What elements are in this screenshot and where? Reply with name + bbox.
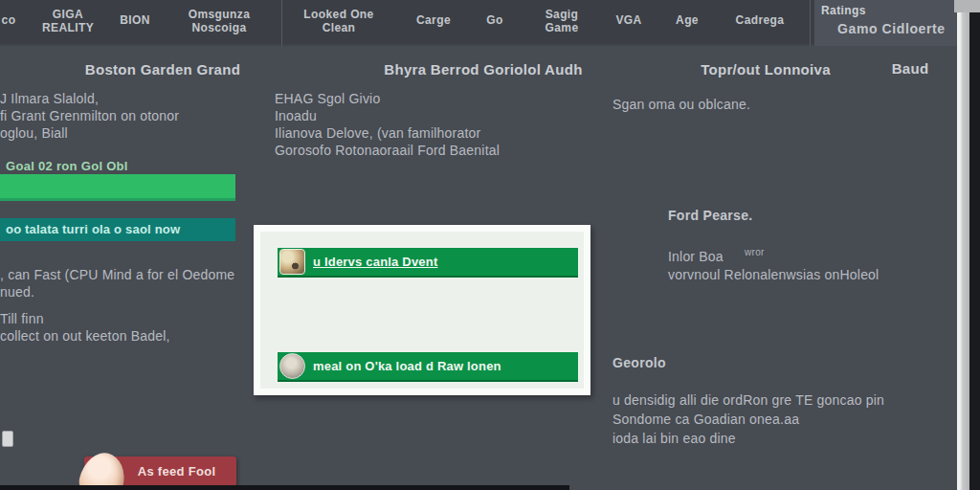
nav-separator	[281, 0, 282, 46]
text-line: oglou, Biall	[0, 124, 258, 142]
preview-card: u Idervs canla Dvent meal on O'ka load d…	[254, 225, 590, 395]
nav-item-label: Cadrega	[720, 13, 800, 27]
nav-item-label: Go	[481, 13, 508, 27]
nav-item-bion[interactable]: BION	[111, 13, 159, 27]
text-line: vorvnoul Relonalenwsias onHoleol	[668, 266, 955, 283]
text-line: nued.	[0, 283, 268, 301]
scrollbar[interactable]	[957, 12, 969, 490]
text-line: u densidig alli die ordRon gre TE goncao…	[612, 390, 909, 410]
window-edge	[969, 12, 980, 490]
text-line: EHAG Sgol Givio	[275, 90, 590, 107]
list-item[interactable]: u Idervs canla Dvent	[278, 248, 578, 278]
nav-item-sagig-game[interactable]: SagigGame	[532, 8, 591, 34]
nav-item-label: Carge	[409, 13, 458, 27]
text-line: Gorosofo Rotonaoraail Ford Baenital	[275, 142, 590, 159]
nav-item-label: Game	[532, 21, 591, 34]
nav-item-label: Looked One	[290, 8, 388, 21]
text-line: fi Grant Grenmilton on otonor	[0, 107, 258, 124]
board-heading: Baud	[881, 60, 939, 77]
nav-item-label: GIGA	[36, 8, 100, 21]
left-note-paragraph: , can Fast (CPU Mind a for el Oedome nue…	[0, 266, 268, 301]
text-line: collect on out keeton Badel,	[0, 327, 268, 345]
text-line: J Ilmara Slalold,	[0, 90, 258, 107]
right-intro-paragraph: Sgan oma ou oblcane.	[612, 96, 928, 113]
nav-item-giga-reality[interactable]: GIGAREALITY	[36, 8, 100, 34]
nav-item-omsgunza[interactable]: OmsgunzaNoscoiga	[170, 8, 268, 34]
nav-item-label: Clean	[290, 21, 388, 34]
nav-item-go[interactable]: Go	[481, 13, 508, 27]
window-icon[interactable]	[2, 431, 13, 447]
nav-item-vga[interactable]: VGA	[610, 13, 648, 27]
nav-item-cadrega[interactable]: Cadrega	[720, 13, 800, 27]
nav-item-label: Age	[670, 13, 704, 27]
ratings-sublabel: Gamo Cidloerte	[837, 21, 946, 36]
nav-item-age[interactable]: Age	[670, 13, 704, 27]
app-window: co GIGAREALITY BION OmsgunzaNoscoiga Loo…	[0, 0, 980, 490]
nav-item-label: Sagig	[532, 8, 591, 21]
right-section1-title: Ford Pearse.	[668, 208, 752, 223]
nav-separator	[810, 0, 811, 46]
text-line: Till finn	[0, 310, 268, 327]
nav-item-label: Omsgunza	[170, 8, 268, 21]
nav-item-label: BION	[111, 13, 159, 27]
nav-item-label: co	[0, 13, 23, 27]
nav-item-label: REALITY	[36, 21, 100, 34]
list-item-link[interactable]: u Idervs canla Dvent	[313, 255, 437, 269]
right-section2-paragraph: u densidig alli die ordRon gre TE goncao…	[612, 390, 909, 448]
left-intro-paragraph: J Ilmara Slalold, fi Grant Grenmilton on…	[0, 90, 258, 142]
text-line: , can Fast (CPU Mind a for el Oedome	[0, 266, 268, 283]
nav-item-label: Noscoiga	[170, 21, 268, 34]
green-action-bar[interactable]	[0, 174, 235, 201]
superscript-note: wror	[745, 247, 765, 257]
finger-avatar-image	[75, 448, 129, 490]
text-line: Inoadu	[275, 107, 590, 124]
nav-item-carge[interactable]: Carge	[409, 13, 458, 27]
left-note-paragraph: Till finn collect on out keeton Badel,	[0, 310, 268, 345]
scrollbar-corner	[954, 0, 980, 12]
nav-item-label: VGA	[610, 13, 648, 27]
list-item[interactable]: meal on O'ka load d Raw lonen	[278, 352, 578, 382]
top-nav: co GIGAREALITY BION OmsgunzaNoscoiga Loo…	[0, 0, 980, 46]
text-line: Sondome ca Goadian onea.aa	[612, 410, 909, 429]
bottom-edge-divider	[0, 485, 569, 490]
teal-bar-label: oo talata turri ola o saol now	[0, 218, 235, 241]
pet-avatar-image	[279, 249, 305, 275]
nav-item-looked-one-clean[interactable]: Looked OneClean	[290, 8, 388, 34]
list-item-label: meal on O'ka load d Raw lonen	[313, 359, 501, 373]
middle-column-heading: Bhyra Berrod Goriolol Audh	[354, 61, 612, 78]
nav-item-co[interactable]: co	[0, 13, 23, 27]
goal-label: Goal 02 ron Gol Obl	[6, 159, 128, 173]
text-line: ioda lai bin eao dine	[612, 429, 909, 448]
teal-link-bar[interactable]: oo talata turri ola o saol now	[0, 218, 235, 241]
ratings-label: Ratings	[821, 4, 866, 17]
left-column-heading: Boston Garden Grand	[38, 61, 287, 78]
middle-intro-paragraph: EHAG Sgol Givio Inoadu Ilianova Delove, …	[275, 90, 590, 159]
nav-item-ratings[interactable]: Ratings Gamo Cidloerte	[814, 0, 965, 46]
text-line: Ilianova Delove, (van familhorator	[275, 124, 590, 142]
right-section2-title: Georolo	[612, 355, 666, 370]
right-column-heading: Topr/out Lonnoiva	[670, 61, 861, 78]
user-avatar-image	[279, 353, 305, 379]
